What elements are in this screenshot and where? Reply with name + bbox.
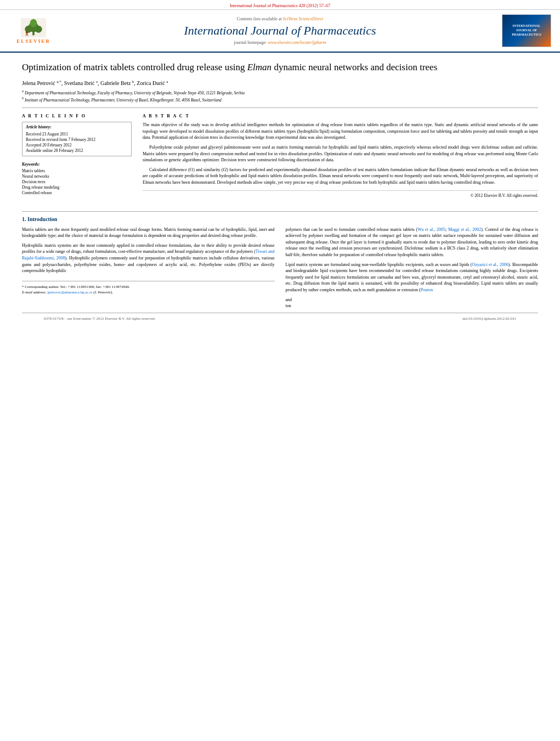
- issn-text: 0378-5173/$ – see front matter © 2012 El…: [44, 316, 156, 321]
- intro-right-col: polymers that can be used to formulate c…: [286, 227, 539, 313]
- abstract-para-3: Calculated difference (f1) and similarit…: [143, 167, 538, 186]
- doi-text[interactable]: doi:10.1016/j.ijpharm.2012.02.031: [462, 316, 516, 321]
- ref-tiwari[interactable]: Tiwari and Rajabi-Siahboomi, 2008: [22, 249, 275, 261]
- journal-homepage: journal homepage: www.elsevier.com/locat…: [58, 40, 502, 45]
- abstract-para-2: Polyethylene oxide polymer and glyceryl …: [143, 144, 538, 163]
- ref-maggi[interactable]: Maggi et al., 2002: [448, 227, 481, 232]
- journal-reference-bar: International Journal of Pharmaceutics 4…: [0, 0, 560, 10]
- homepage-url[interactable]: www.elsevier.com/locate/ijpharm: [268, 40, 326, 45]
- keyword-1: Matrix tablets: [22, 168, 132, 173]
- ref-ozyazici[interactable]: Ozyazici et al., 2006: [472, 262, 508, 267]
- article-header-section: Optimization of matrix tablets controlle…: [0, 53, 560, 207]
- article-history-label: Article history:: [26, 125, 128, 129]
- abstract-label: A B S T R A C T: [143, 114, 538, 118]
- journal-title: International Journal of Pharmaceutics: [58, 24, 502, 38]
- page: International Journal of Pharmaceutics 4…: [0, 0, 560, 741]
- intro-two-col: Matrix tablets are the most frequently u…: [22, 227, 538, 313]
- journal-logo-text: INTERNATIONAL JOURNAL OF PHARMACEUTICS: [502, 22, 551, 39]
- sciverse-link[interactable]: SciVerse ScienceDirect: [283, 16, 324, 21]
- accepted-date: Accepted 20 February 2012: [26, 143, 128, 148]
- contents-line: Contents lists available at SciVerse Sci…: [58, 16, 502, 21]
- intro-left-col: Matrix tablets are the most frequently u…: [22, 227, 275, 313]
- email-link[interactable]: jpetrovic@pharmacy.bg.ac.rs: [47, 290, 92, 295]
- intro-right-text: polymers that can be used to formulate c…: [286, 227, 539, 309]
- elsevier-logo: ELSEVIER: [9, 17, 58, 44]
- keywords-label: Keywords:: [22, 162, 132, 167]
- intro-p2: Hydrophilic matrix systems are the most …: [22, 242, 275, 274]
- intro-r-p2: Lipid matrix systems are formulated usin…: [286, 262, 539, 293]
- svg-point-5: [30, 19, 37, 27]
- section-1-heading: 1. Introduction: [22, 216, 538, 222]
- affiliation-a: a Department of Pharmaceutical Technolog…: [22, 89, 538, 95]
- ref-wu[interactable]: Wu et al., 2005: [417, 227, 445, 232]
- article-info-abstract: A R T I C L E I N F O Article history: R…: [22, 114, 538, 197]
- footnote-section: * Corresponding author. Tel.: +381 11395…: [22, 281, 275, 296]
- article-info-col: A R T I C L E I N F O Article history: R…: [22, 114, 132, 197]
- article-info-label: A R T I C L E I N F O: [22, 114, 132, 118]
- article-title: Optimization of matrix tablets controlle…: [22, 61, 538, 74]
- header-divider: [22, 108, 538, 108]
- intro-p1: Matrix tablets are the most frequently u…: [22, 227, 275, 239]
- intro-left-text: Matrix tablets are the most frequently u…: [22, 227, 275, 274]
- revised-date: Received in revised form 7 February 2012: [26, 137, 128, 142]
- keyword-5: Controlled release: [22, 190, 132, 195]
- journal-header: ELSEVIER Contents lists available at Sci…: [0, 10, 560, 53]
- article-history-box: Article history: Received 23 August 2011…: [22, 122, 132, 156]
- journal-reference: International Journal of Pharmaceutics 4…: [230, 3, 330, 8]
- authors-line: Jelena Petrović a,*, Svetlana Ibrić a, G…: [22, 80, 538, 86]
- section-divider: [22, 211, 538, 212]
- available-date: Available online 28 February 2012: [26, 148, 128, 153]
- corresponding-footnote: * Corresponding author. Tel.: +381 11395…: [22, 285, 275, 290]
- copyright-line: © 2012 Elsevier B.V. All rights reserved…: [143, 190, 538, 198]
- intro-r-p1: polymers that can be used to formulate c…: [286, 227, 539, 258]
- intro-r-p3: and ton: [286, 297, 539, 309]
- abstract-col: A B S T R A C T The main objective of th…: [143, 114, 538, 197]
- abstract-text: The main objective of the study was to d…: [143, 122, 538, 185]
- keyword-3: Decision trees: [22, 179, 132, 184]
- body-content: 1. Introduction Matrix tablets are the m…: [0, 211, 560, 333]
- svg-point-4: [35, 25, 42, 32]
- received-date: Received 23 August 2011: [26, 132, 128, 137]
- abstract-para-1: The main objective of the study was to d…: [143, 122, 538, 141]
- journal-logo-box: INTERNATIONAL JOURNAL OF PHARMACEUTICS: [502, 14, 551, 47]
- keyword-4: Drug release modeling: [22, 185, 132, 190]
- elsevier-tree-icon: [20, 18, 47, 37]
- affiliation-b: b Institute of Pharmaceutical Technology…: [22, 97, 538, 103]
- elsevier-brand-text: ELSEVIER: [16, 38, 50, 44]
- svg-point-6: [26, 31, 29, 33]
- journal-header-center: Contents lists available at SciVerse Sci…: [58, 16, 502, 45]
- ref-pouton[interactable]: Pouton: [421, 287, 433, 292]
- footer-bar: 0378-5173/$ – see front matter © 2012 El…: [22, 313, 538, 324]
- keyword-2: Neural networks: [22, 174, 132, 179]
- email-footnote: E-mail address: jpetrovic@pharmacy.bg.ac…: [22, 290, 275, 296]
